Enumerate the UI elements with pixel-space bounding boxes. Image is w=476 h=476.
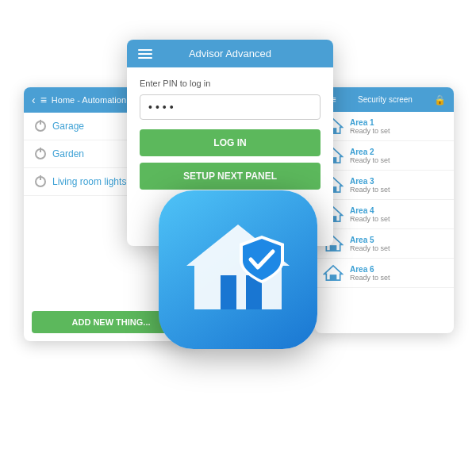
area-info: Area 5 Ready to set [350,236,390,252]
scene: ‹ ≡ Home - Automation system Garage Gard… [0,0,476,476]
panel-right-header: ‹ ≡ Security screen 🔒 [315,87,454,112]
area-status: Ready to set [350,215,390,223]
area-item[interactable]: Area 2 Ready to set [315,141,454,171]
pin-input[interactable]: •••• [140,94,321,120]
back-icon[interactable]: ‹ [32,94,36,106]
area-item[interactable]: Area 1 Ready to set [315,112,454,141]
svg-rect-9 [330,245,337,251]
power-icon [35,148,46,159]
lock-icon: 🔒 [434,94,446,106]
app-icon-background [159,190,317,349]
area-name: Area 5 [350,236,390,244]
area-name: Area 4 [350,206,390,215]
svg-rect-13 [221,275,236,309]
area-info: Area 3 Ready to set [350,177,390,194]
item-label: Garage [52,121,84,132]
house-area-icon [323,264,344,282]
area-item[interactable]: Area 5 Ready to set [315,229,454,259]
area-info: Area 4 Ready to set [350,206,390,223]
app-icon-graphic [182,218,294,321]
area-status: Ready to set [350,274,390,282]
area-status: Ready to set [350,156,390,164]
svg-rect-11 [330,274,337,280]
area-name: Area 2 [350,148,390,156]
panel-center-body: Enter PIN to log in •••• LOG IN SETUP NE… [127,67,333,201]
area-info: Area 6 Ready to set [350,265,390,282]
login-button[interactable]: LOG IN [140,129,321,156]
area-status: Ready to set [350,127,390,135]
area-status: Ready to set [350,186,390,194]
area-name: Area 1 [350,118,390,127]
area-status: Ready to set [350,244,390,252]
panel-center-header: Advisor Advanced [127,40,333,67]
area-name: Area 6 [350,265,390,274]
area-info: Area 1 Ready to set [350,118,390,135]
panel-right: ‹ ≡ Security screen 🔒 Area 1 Ready to se… [315,87,454,333]
pin-label: Enter PIN to log in [140,79,321,88]
item-label: Garden [52,148,84,159]
panel-center-title: Advisor Advanced [189,48,271,60]
area-item[interactable]: Area 6 Ready to set [315,259,454,288]
item-label: Living room lights [52,176,126,187]
setup-next-panel-button[interactable]: SETUP NEXT PANEL [140,163,321,190]
power-icon [35,176,46,187]
app-icon[interactable] [159,190,317,349]
area-info: Area 2 Ready to set [350,148,390,164]
area-item[interactable]: Area 4 Ready to set [315,200,454,229]
menu-icon-left[interactable]: ≡ [40,94,47,106]
hamburger-menu-icon[interactable] [138,49,152,59]
power-icon [35,121,46,132]
area-name: Area 3 [350,177,390,186]
area-item[interactable]: Area 3 Ready to set [315,171,454,200]
panel-right-title: Security screen [358,95,413,104]
